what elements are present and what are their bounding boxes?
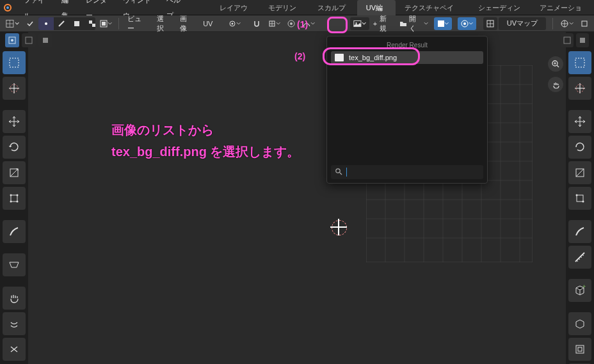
divider (552, 18, 553, 29)
svg-point-15 (355, 22, 357, 23)
dropdown-empty-space (331, 64, 483, 161)
svg-rect-5 (89, 20, 92, 24)
viewport-gizmo-column (548, 56, 563, 92)
svg-rect-48 (10, 58, 19, 67)
pivot-dropdown[interactable] (225, 17, 243, 30)
plus-icon: + (373, 20, 377, 28)
dropdown-search-input[interactable] (346, 168, 479, 177)
viewport-mode-dropdown[interactable] (577, 17, 591, 30)
tool-relax[interactable] (3, 312, 26, 335)
vp-tool-annotate[interactable] (568, 220, 591, 243)
tab-sculpt[interactable]: スカルプト (309, 0, 357, 15)
callout-label-1: (1) (297, 19, 308, 29)
sel-mode-vertex[interactable] (5, 33, 19, 47)
display-channels-dropdown[interactable] (434, 17, 452, 30)
svg-rect-67 (576, 345, 584, 353)
tab-animation[interactable]: アニメーション (531, 0, 591, 15)
svg-point-10 (232, 22, 234, 24)
tool-rip[interactable] (3, 253, 26, 276)
image-thumb-icon (335, 54, 344, 61)
tool-cursor[interactable] (3, 77, 26, 100)
svg-point-54 (10, 194, 12, 196)
svg-rect-27 (580, 38, 585, 43)
uv-select-edge[interactable] (54, 17, 69, 30)
tool-annotate[interactable] (3, 220, 26, 243)
svg-rect-63 (577, 195, 583, 202)
vp-tool-inset[interactable] (568, 338, 591, 361)
tool-pinch[interactable] (3, 338, 26, 361)
svg-point-59 (576, 84, 584, 92)
tab-texture-paint[interactable]: テクスチャペイント (396, 0, 469, 15)
svg-point-65 (582, 201, 584, 203)
uv-sticky-select[interactable] (97, 17, 115, 30)
snap-mode-dropdown[interactable] (265, 17, 283, 30)
vp-tool-cursor[interactable] (568, 77, 591, 100)
uv-map-slot-icon[interactable] (483, 17, 497, 30)
tool-grab[interactable] (3, 287, 26, 310)
menu-image[interactable]: 画像 (175, 17, 197, 30)
open-image-button[interactable]: 開く (396, 17, 431, 30)
uv-map-name[interactable]: UVマップ (499, 17, 546, 30)
vp-sel-mode-2[interactable] (576, 33, 589, 47)
svg-rect-21 (582, 21, 587, 26)
svg-point-56 (10, 201, 12, 203)
callout-label-2: (2) (294, 51, 305, 61)
menu-select[interactable]: 選択 (152, 17, 174, 30)
tool-scale[interactable] (3, 161, 26, 184)
vp-tool-add-cube[interactable]: + (568, 279, 591, 302)
svg-point-23 (11, 39, 13, 42)
svg-point-46 (336, 168, 340, 172)
search-icon (335, 168, 342, 177)
vp-tool-move[interactable] (568, 110, 591, 133)
viewport-editor-type-3d[interactable] (557, 17, 576, 30)
folder-icon (399, 19, 407, 28)
menu-uv[interactable]: UV (199, 17, 217, 30)
vp-tool-measure[interactable] (568, 246, 591, 269)
top-menu-bar: ファイル 編集 レンダー ウィンドウ ヘルプ レイアウト モデリング スカルプト… (0, 0, 594, 15)
new-image-button[interactable]: +新規 (371, 17, 395, 30)
tab-shading[interactable]: シェーディング (469, 0, 530, 15)
tab-uv-editing[interactable]: UV編集 (357, 0, 396, 15)
image-browse-dropdown[interactable] (350, 17, 369, 30)
annotation-text: 画像のリストから tex_bg_diff.png を選択します。 (111, 119, 300, 162)
svg-text:+: + (582, 284, 586, 290)
vp-tool-rotate[interactable] (568, 136, 591, 159)
svg-rect-24 (26, 37, 32, 44)
vp-tool-extrude[interactable] (568, 312, 591, 335)
annotation-line2: tex_bg_diff.png を選択します。 (111, 141, 300, 162)
uv-select-face[interactable] (69, 17, 84, 30)
svg-rect-19 (487, 20, 494, 27)
tab-modeling[interactable]: モデリング (259, 0, 308, 15)
svg-line-47 (340, 173, 342, 175)
svg-rect-68 (578, 347, 582, 351)
dropdown-search[interactable] (331, 165, 483, 179)
editor-type-dropdown[interactable] (3, 17, 22, 30)
vp-sel-mode-1[interactable] (561, 33, 574, 47)
svg-rect-58 (575, 58, 584, 67)
open-label: 開く (409, 14, 422, 33)
overlay-toggle[interactable] (458, 17, 476, 30)
tool-rotate[interactable] (3, 136, 26, 159)
tool-move[interactable] (3, 110, 26, 133)
svg-point-17 (462, 20, 468, 27)
svg-line-70 (557, 65, 559, 67)
uv-sync-selection[interactable] (23, 17, 37, 30)
tool-tweak[interactable] (3, 51, 26, 74)
sel-mode-edge[interactable] (22, 33, 36, 47)
tab-layout[interactable]: レイアウト (211, 0, 259, 15)
divider (118, 18, 119, 29)
tool-transform[interactable] (3, 187, 26, 210)
image-list-item[interactable]: tex_bg_diff.png (331, 51, 483, 64)
pan-button[interactable] (548, 77, 563, 92)
vp-tool-transform[interactable] (568, 187, 591, 210)
vp-tool-scale[interactable] (568, 161, 591, 184)
image-list-dropdown: Render Result tex_bg_diff.png (326, 36, 488, 184)
sel-mode-face[interactable] (38, 33, 52, 47)
menu-view[interactable]: ビュー (123, 17, 151, 30)
snap-toggle[interactable] (250, 17, 264, 30)
uv-select-island[interactable] (84, 17, 95, 30)
vp-tool-tweak[interactable] (568, 51, 591, 74)
uv-select-vertex[interactable] (38, 17, 54, 30)
zoom-button[interactable] (548, 56, 563, 72)
proportional-edit-toggle[interactable] (284, 17, 298, 30)
